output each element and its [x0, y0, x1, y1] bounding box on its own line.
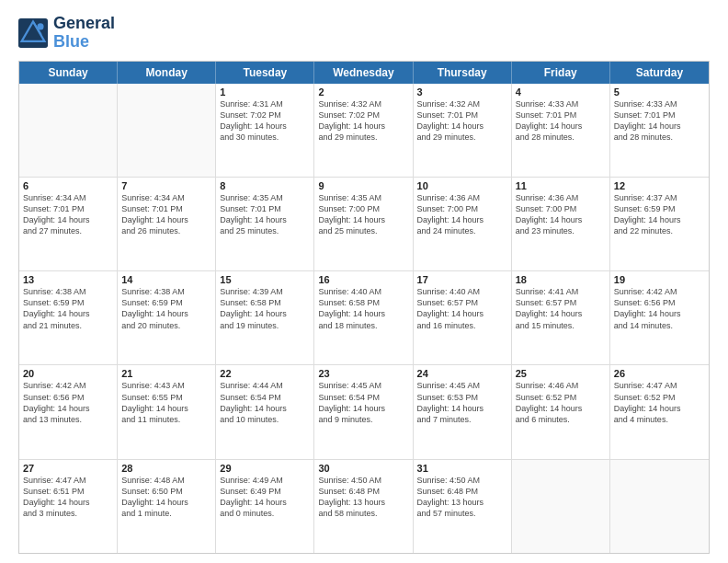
- day-cell-21: 21Sunrise: 4:43 AM Sunset: 6:55 PM Dayli…: [118, 365, 216, 458]
- day-cell-15: 15Sunrise: 4:39 AM Sunset: 6:58 PM Dayli…: [216, 271, 314, 364]
- weekday-header-tuesday: Tuesday: [216, 62, 314, 84]
- weekday-header-friday: Friday: [512, 62, 610, 84]
- day-info: Sunrise: 4:47 AM Sunset: 6:52 PM Dayligh…: [614, 380, 705, 425]
- calendar-row-2: 6Sunrise: 4:34 AM Sunset: 7:01 PM Daylig…: [19, 178, 709, 271]
- day-info: Sunrise: 4:35 AM Sunset: 7:01 PM Dayligh…: [220, 192, 310, 237]
- day-info: Sunrise: 4:43 AM Sunset: 6:55 PM Dayligh…: [121, 380, 211, 425]
- day-info: Sunrise: 4:40 AM Sunset: 6:58 PM Dayligh…: [318, 286, 408, 331]
- day-cell-23: 23Sunrise: 4:45 AM Sunset: 6:54 PM Dayli…: [314, 365, 413, 458]
- day-number: 14: [121, 274, 211, 285]
- day-cell-29: 29Sunrise: 4:49 AM Sunset: 6:49 PM Dayli…: [216, 460, 314, 553]
- day-number: 7: [121, 180, 211, 191]
- day-cell-13: 13Sunrise: 4:38 AM Sunset: 6:59 PM Dayli…: [19, 271, 118, 364]
- day-number: 24: [417, 368, 507, 379]
- day-cell-3: 3Sunrise: 4:32 AM Sunset: 7:01 PM Daylig…: [414, 84, 512, 177]
- day-cell-19: 19Sunrise: 4:42 AM Sunset: 6:56 PM Dayli…: [610, 271, 709, 364]
- day-cell-18: 18Sunrise: 4:41 AM Sunset: 6:57 PM Dayli…: [512, 271, 610, 364]
- day-cell-17: 17Sunrise: 4:40 AM Sunset: 6:57 PM Dayli…: [414, 271, 512, 364]
- day-number: 20: [23, 368, 113, 379]
- day-info: Sunrise: 4:50 AM Sunset: 6:48 PM Dayligh…: [318, 475, 408, 520]
- day-info: Sunrise: 4:44 AM Sunset: 6:54 PM Dayligh…: [220, 380, 310, 425]
- day-cell-2: 2Sunrise: 4:32 AM Sunset: 7:02 PM Daylig…: [314, 84, 413, 177]
- day-info: Sunrise: 4:35 AM Sunset: 7:00 PM Dayligh…: [318, 192, 408, 237]
- day-number: 10: [417, 180, 507, 191]
- day-cell-14: 14Sunrise: 4:38 AM Sunset: 6:59 PM Dayli…: [118, 271, 216, 364]
- day-info: Sunrise: 4:31 AM Sunset: 7:02 PM Dayligh…: [220, 98, 310, 144]
- day-info: Sunrise: 4:39 AM Sunset: 6:58 PM Dayligh…: [220, 286, 310, 331]
- day-cell-16: 16Sunrise: 4:40 AM Sunset: 6:58 PM Dayli…: [314, 271, 413, 364]
- day-cell-9: 9Sunrise: 4:35 AM Sunset: 7:00 PM Daylig…: [314, 178, 413, 270]
- day-info: Sunrise: 4:45 AM Sunset: 6:54 PM Dayligh…: [318, 380, 408, 425]
- day-info: Sunrise: 4:32 AM Sunset: 7:02 PM Dayligh…: [318, 98, 408, 144]
- day-cell-6: 6Sunrise: 4:34 AM Sunset: 7:01 PM Daylig…: [19, 178, 118, 270]
- day-info: Sunrise: 4:34 AM Sunset: 7:01 PM Dayligh…: [23, 192, 113, 237]
- day-info: Sunrise: 4:36 AM Sunset: 7:00 PM Dayligh…: [417, 192, 507, 237]
- day-info: Sunrise: 4:47 AM Sunset: 6:51 PM Dayligh…: [23, 475, 113, 520]
- weekday-header-monday: Monday: [118, 62, 216, 84]
- page: General Blue SundayMondayTuesdayWednesda…: [0, 0, 728, 563]
- day-number: 13: [23, 274, 113, 285]
- calendar-row-5: 27Sunrise: 4:47 AM Sunset: 6:51 PM Dayli…: [19, 460, 709, 553]
- day-info: Sunrise: 4:42 AM Sunset: 6:56 PM Dayligh…: [614, 286, 705, 331]
- empty-cell: [118, 84, 216, 177]
- day-cell-7: 7Sunrise: 4:34 AM Sunset: 7:01 PM Daylig…: [118, 178, 216, 270]
- day-number: 8: [220, 180, 310, 191]
- day-cell-30: 30Sunrise: 4:50 AM Sunset: 6:48 PM Dayli…: [314, 460, 413, 553]
- day-info: Sunrise: 4:38 AM Sunset: 6:59 PM Dayligh…: [121, 286, 211, 331]
- svg-point-3: [37, 23, 43, 29]
- logo: General Blue: [18, 15, 115, 52]
- logo-text: General Blue: [53, 15, 115, 52]
- calendar-row-4: 20Sunrise: 4:42 AM Sunset: 6:56 PM Dayli…: [19, 365, 709, 459]
- day-number: 2: [318, 86, 408, 98]
- day-cell-24: 24Sunrise: 4:45 AM Sunset: 6:53 PM Dayli…: [414, 365, 512, 458]
- day-cell-11: 11Sunrise: 4:36 AM Sunset: 7:00 PM Dayli…: [512, 178, 610, 270]
- day-info: Sunrise: 4:34 AM Sunset: 7:01 PM Dayligh…: [121, 192, 211, 237]
- weekday-header-saturday: Saturday: [610, 62, 709, 84]
- day-info: Sunrise: 4:40 AM Sunset: 6:57 PM Dayligh…: [417, 286, 507, 331]
- day-cell-8: 8Sunrise: 4:35 AM Sunset: 7:01 PM Daylig…: [216, 178, 314, 270]
- day-info: Sunrise: 4:42 AM Sunset: 6:56 PM Dayligh…: [23, 380, 113, 425]
- day-info: Sunrise: 4:50 AM Sunset: 6:48 PM Dayligh…: [417, 475, 507, 520]
- day-number: 9: [318, 180, 408, 191]
- calendar: SundayMondayTuesdayWednesdayThursdayFrid…: [18, 61, 710, 554]
- empty-cell: [512, 460, 610, 553]
- day-number: 11: [516, 180, 606, 191]
- calendar-row-1: 1Sunrise: 4:31 AM Sunset: 7:02 PM Daylig…: [19, 84, 709, 178]
- calendar-header: SundayMondayTuesdayWednesdayThursdayFrid…: [19, 62, 709, 84]
- day-number: 22: [220, 368, 310, 379]
- empty-cell: [19, 84, 118, 177]
- day-info: Sunrise: 4:45 AM Sunset: 6:53 PM Dayligh…: [417, 380, 507, 425]
- weekday-header-thursday: Thursday: [414, 62, 512, 84]
- day-number: 29: [220, 463, 310, 474]
- day-info: Sunrise: 4:32 AM Sunset: 7:01 PM Dayligh…: [417, 98, 507, 144]
- day-info: Sunrise: 4:37 AM Sunset: 6:59 PM Dayligh…: [614, 192, 705, 237]
- day-info: Sunrise: 4:49 AM Sunset: 6:49 PM Dayligh…: [220, 475, 310, 520]
- day-info: Sunrise: 4:41 AM Sunset: 6:57 PM Dayligh…: [516, 286, 606, 331]
- day-number: 30: [318, 463, 408, 474]
- day-cell-27: 27Sunrise: 4:47 AM Sunset: 6:51 PM Dayli…: [19, 460, 118, 553]
- day-number: 17: [417, 274, 507, 285]
- calendar-row-3: 13Sunrise: 4:38 AM Sunset: 6:59 PM Dayli…: [19, 271, 709, 365]
- day-number: 27: [23, 463, 113, 474]
- empty-cell: [610, 460, 709, 553]
- day-info: Sunrise: 4:33 AM Sunset: 7:01 PM Dayligh…: [516, 98, 606, 144]
- day-number: 16: [318, 274, 408, 285]
- day-info: Sunrise: 4:36 AM Sunset: 7:00 PM Dayligh…: [516, 192, 606, 237]
- day-number: 6: [23, 180, 113, 191]
- day-cell-28: 28Sunrise: 4:48 AM Sunset: 6:50 PM Dayli…: [118, 460, 216, 553]
- day-cell-22: 22Sunrise: 4:44 AM Sunset: 6:54 PM Dayli…: [216, 365, 314, 458]
- day-number: 4: [516, 86, 606, 98]
- day-cell-1: 1Sunrise: 4:31 AM Sunset: 7:02 PM Daylig…: [216, 84, 314, 177]
- day-number: 5: [614, 86, 705, 98]
- day-number: 18: [516, 274, 606, 285]
- day-cell-4: 4Sunrise: 4:33 AM Sunset: 7:01 PM Daylig…: [512, 84, 610, 177]
- header: General Blue: [18, 15, 710, 52]
- day-cell-10: 10Sunrise: 4:36 AM Sunset: 7:00 PM Dayli…: [414, 178, 512, 270]
- day-number: 15: [220, 274, 310, 285]
- day-cell-26: 26Sunrise: 4:47 AM Sunset: 6:52 PM Dayli…: [610, 365, 709, 458]
- logo-icon: [18, 18, 48, 48]
- day-number: 3: [417, 86, 507, 98]
- day-number: 19: [614, 274, 705, 285]
- day-number: 21: [121, 368, 211, 379]
- day-cell-25: 25Sunrise: 4:46 AM Sunset: 6:52 PM Dayli…: [512, 365, 610, 458]
